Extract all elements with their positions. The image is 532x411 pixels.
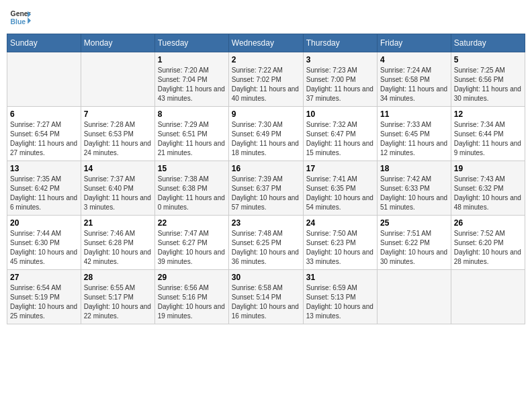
calendar-cell: 1Sunrise: 7:20 AMSunset: 7:04 PMDaylight…: [154, 52, 228, 107]
cell-content: Sunrise: 7:38 AMSunset: 6:38 PMDaylight:…: [158, 175, 226, 212]
sunrise-text: Sunrise: 7:29 AM: [158, 120, 226, 130]
logo-icon: General Blue: [9, 7, 31, 28]
cell-content: Sunrise: 7:42 AMSunset: 6:33 PMDaylight:…: [380, 175, 448, 212]
calendar-cell: 18Sunrise: 7:42 AMSunset: 6:33 PMDayligh…: [378, 161, 451, 216]
cell-content: Sunrise: 7:44 AMSunset: 6:30 PMDaylight:…: [10, 229, 78, 267]
calendar-cell: 4Sunrise: 7:24 AMSunset: 6:58 PMDaylight…: [378, 52, 451, 107]
calendar-cell: 30Sunrise: 6:58 AMSunset: 5:14 PMDayligh…: [228, 270, 303, 324]
cell-content: Sunrise: 7:24 AMSunset: 6:58 PMDaylight:…: [380, 66, 448, 103]
weekday-header-cell: Friday: [378, 34, 451, 52]
daylight-text: Daylight: 11 hours and 24 minutes.: [84, 139, 152, 158]
day-number: 26: [454, 218, 522, 228]
calendar-cell: 20Sunrise: 7:44 AMSunset: 6:30 PMDayligh…: [7, 216, 81, 270]
daylight-text: Daylight: 10 hours and 42 minutes.: [84, 248, 152, 267]
sunrise-text: Sunrise: 7:35 AM: [10, 175, 78, 184]
daylight-text: Daylight: 11 hours and 9 minutes.: [454, 139, 522, 158]
calendar-cell: 11Sunrise: 7:33 AMSunset: 6:45 PMDayligh…: [378, 107, 451, 161]
daylight-text: Daylight: 11 hours and 34 minutes.: [380, 85, 448, 103]
day-number: 19: [454, 164, 522, 173]
calendar-week-row: 13Sunrise: 7:35 AMSunset: 6:42 PMDayligh…: [7, 161, 525, 216]
day-number: 31: [306, 273, 374, 282]
calendar-cell: 21Sunrise: 7:46 AMSunset: 6:28 PMDayligh…: [81, 216, 154, 270]
sunset-text: Sunset: 6:23 PM: [306, 238, 374, 248]
weekday-header-cell: Monday: [81, 34, 154, 52]
day-number: 28: [84, 273, 152, 282]
day-number: 24: [306, 218, 374, 228]
day-number: 20: [10, 218, 78, 228]
cell-content: Sunrise: 6:55 AMSunset: 5:17 PMDaylight:…: [84, 283, 152, 321]
calendar-cell: 29Sunrise: 6:56 AMSunset: 5:16 PMDayligh…: [154, 270, 228, 324]
sunrise-text: Sunrise: 6:55 AM: [84, 283, 152, 293]
daylight-text: Daylight: 10 hours and 48 minutes.: [454, 193, 522, 212]
sunrise-text: Sunrise: 7:25 AM: [454, 66, 522, 75]
page-header: General Blue: [7, 7, 525, 28]
daylight-text: Daylight: 11 hours and 3 minutes.: [84, 193, 152, 212]
sunrise-text: Sunrise: 7:52 AM: [454, 229, 522, 238]
calendar-body: 1Sunrise: 7:20 AMSunset: 7:04 PMDaylight…: [7, 52, 525, 324]
sunset-text: Sunset: 7:04 PM: [158, 75, 226, 85]
calendar-cell: 24Sunrise: 7:50 AMSunset: 6:23 PMDayligh…: [303, 216, 377, 270]
daylight-text: Daylight: 10 hours and 57 minutes.: [232, 193, 300, 212]
sunset-text: Sunset: 6:49 PM: [232, 130, 300, 139]
calendar-cell: 16Sunrise: 7:39 AMSunset: 6:37 PMDayligh…: [228, 161, 303, 216]
day-number: 21: [84, 218, 152, 228]
calendar-cell: 23Sunrise: 7:48 AMSunset: 6:25 PMDayligh…: [228, 216, 303, 270]
sunset-text: Sunset: 6:37 PM: [232, 184, 300, 193]
weekday-header-row: SundayMondayTuesdayWednesdayThursdayFrid…: [7, 34, 525, 52]
day-number: 27: [10, 273, 78, 282]
cell-content: Sunrise: 6:54 AMSunset: 5:19 PMDaylight:…: [10, 283, 78, 321]
sunrise-text: Sunrise: 7:50 AM: [306, 229, 374, 238]
daylight-text: Daylight: 10 hours and 22 minutes.: [84, 302, 152, 321]
sunrise-text: Sunrise: 6:58 AM: [232, 283, 300, 293]
sunset-text: Sunset: 6:32 PM: [454, 184, 522, 193]
day-number: 23: [232, 218, 300, 228]
calendar-cell: 15Sunrise: 7:38 AMSunset: 6:38 PMDayligh…: [154, 161, 228, 216]
weekday-header-cell: Sunday: [7, 34, 81, 52]
sunrise-text: Sunrise: 7:48 AM: [232, 229, 300, 238]
sunrise-text: Sunrise: 7:42 AM: [380, 175, 448, 184]
sunrise-text: Sunrise: 7:28 AM: [84, 120, 152, 130]
calendar-cell: 27Sunrise: 6:54 AMSunset: 5:19 PMDayligh…: [7, 270, 81, 324]
sunrise-text: Sunrise: 7:27 AM: [10, 120, 78, 130]
weekday-header-cell: Thursday: [303, 34, 377, 52]
daylight-text: Daylight: 11 hours and 43 minutes.: [158, 85, 226, 103]
calendar-cell: 31Sunrise: 6:59 AMSunset: 5:13 PMDayligh…: [303, 270, 377, 324]
cell-content: Sunrise: 7:52 AMSunset: 6:20 PMDaylight:…: [454, 229, 522, 267]
cell-content: Sunrise: 7:28 AMSunset: 6:53 PMDaylight:…: [84, 120, 152, 158]
daylight-text: Daylight: 10 hours and 39 minutes.: [158, 248, 226, 267]
calendar-cell: [451, 270, 525, 324]
day-number: 4: [380, 55, 448, 64]
day-number: 25: [380, 218, 448, 228]
calendar-cell: [7, 52, 81, 107]
calendar-cell: 6Sunrise: 7:27 AMSunset: 6:54 PMDaylight…: [7, 107, 81, 161]
sunrise-text: Sunrise: 7:38 AM: [158, 175, 226, 184]
day-number: 15: [158, 164, 226, 173]
daylight-text: Daylight: 11 hours and 15 minutes.: [306, 139, 374, 158]
sunset-text: Sunset: 6:38 PM: [158, 184, 226, 193]
sunset-text: Sunset: 6:47 PM: [306, 130, 374, 139]
cell-content: Sunrise: 7:20 AMSunset: 7:04 PMDaylight:…: [158, 66, 226, 103]
sunrise-text: Sunrise: 7:39 AM: [232, 175, 300, 184]
sunrise-text: Sunrise: 7:43 AM: [454, 175, 522, 184]
calendar-cell: [81, 52, 154, 107]
calendar-cell: 13Sunrise: 7:35 AMSunset: 6:42 PMDayligh…: [7, 161, 81, 216]
cell-content: Sunrise: 7:34 AMSunset: 6:44 PMDaylight:…: [454, 120, 522, 158]
sunrise-text: Sunrise: 7:23 AM: [306, 66, 374, 75]
sunset-text: Sunset: 6:25 PM: [232, 238, 300, 248]
day-number: 11: [380, 109, 448, 119]
sunset-text: Sunset: 6:45 PM: [380, 130, 448, 139]
sunrise-text: Sunrise: 6:54 AM: [10, 283, 78, 293]
daylight-text: Daylight: 10 hours and 19 minutes.: [158, 302, 226, 321]
calendar-week-row: 1Sunrise: 7:20 AMSunset: 7:04 PMDaylight…: [7, 52, 525, 107]
calendar-cell: 8Sunrise: 7:29 AMSunset: 6:51 PMDaylight…: [154, 107, 228, 161]
cell-content: Sunrise: 6:58 AMSunset: 5:14 PMDaylight:…: [232, 283, 300, 321]
cell-content: Sunrise: 7:22 AMSunset: 7:02 PMDaylight:…: [232, 66, 300, 103]
cell-content: Sunrise: 7:39 AMSunset: 6:37 PMDaylight:…: [232, 175, 300, 212]
cell-content: Sunrise: 7:41 AMSunset: 6:35 PMDaylight:…: [306, 175, 374, 212]
day-number: 8: [158, 109, 226, 119]
cell-content: Sunrise: 7:27 AMSunset: 6:54 PMDaylight:…: [10, 120, 78, 158]
sunset-text: Sunset: 6:54 PM: [10, 130, 78, 139]
cell-content: Sunrise: 6:56 AMSunset: 5:16 PMDaylight:…: [158, 283, 226, 321]
sunset-text: Sunset: 6:44 PM: [454, 130, 522, 139]
calendar-week-row: 20Sunrise: 7:44 AMSunset: 6:30 PMDayligh…: [7, 216, 525, 270]
